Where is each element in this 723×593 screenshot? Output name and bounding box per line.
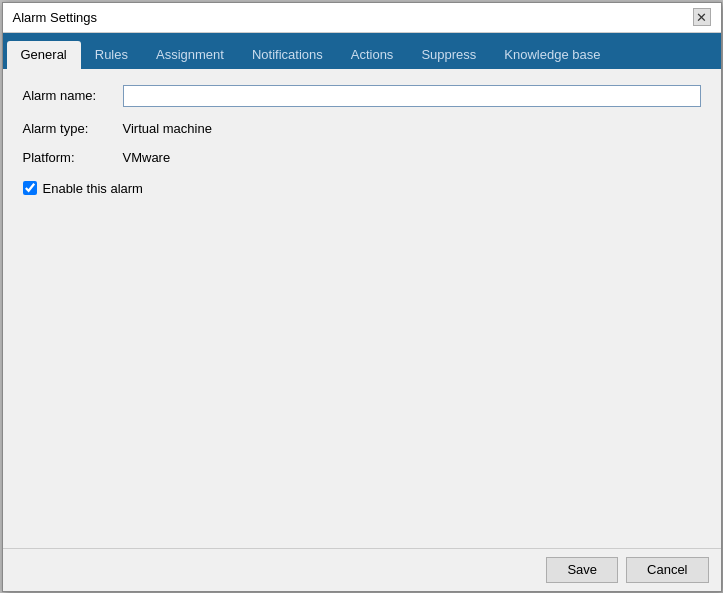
tab-assignment[interactable]: Assignment (142, 41, 238, 69)
tab-bar: General Rules Assignment Notifications A… (3, 33, 721, 69)
close-button[interactable]: ✕ (693, 8, 711, 26)
alarm-name-input[interactable] (123, 85, 701, 107)
content-area: Alarm name: Alarm type: Virtual machine … (3, 69, 721, 548)
button-bar: Save Cancel (3, 548, 721, 591)
tab-rules[interactable]: Rules (81, 41, 142, 69)
enable-alarm-row: Enable this alarm (23, 181, 701, 196)
tab-actions[interactable]: Actions (337, 41, 408, 69)
save-button[interactable]: Save (546, 557, 618, 583)
alarm-type-label: Alarm type: (23, 121, 123, 136)
tab-knowledge-base[interactable]: Knowledge base (490, 41, 614, 69)
enable-alarm-label[interactable]: Enable this alarm (43, 181, 143, 196)
tab-general[interactable]: General (7, 41, 81, 69)
alarm-type-row: Alarm type: Virtual machine (23, 121, 701, 136)
alarm-type-value: Virtual machine (123, 121, 212, 136)
alarm-name-label: Alarm name: (23, 88, 123, 103)
cancel-button[interactable]: Cancel (626, 557, 708, 583)
platform-value: VMware (123, 150, 171, 165)
content-spacer (23, 210, 701, 532)
tab-suppress[interactable]: Suppress (407, 41, 490, 69)
dialog-title: Alarm Settings (13, 10, 98, 25)
title-bar: Alarm Settings ✕ (3, 3, 721, 33)
tab-notifications[interactable]: Notifications (238, 41, 337, 69)
alarm-settings-dialog: Alarm Settings ✕ General Rules Assignmen… (2, 2, 722, 592)
platform-label: Platform: (23, 150, 123, 165)
enable-alarm-checkbox[interactable] (23, 181, 37, 195)
platform-row: Platform: VMware (23, 150, 701, 165)
alarm-name-row: Alarm name: (23, 85, 701, 107)
